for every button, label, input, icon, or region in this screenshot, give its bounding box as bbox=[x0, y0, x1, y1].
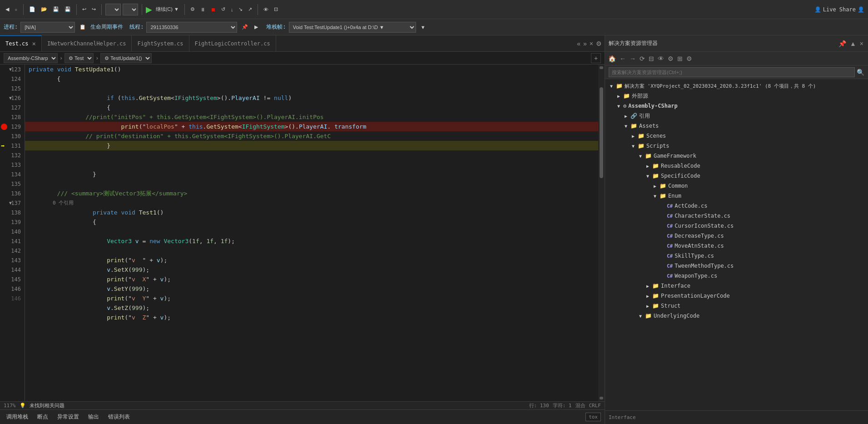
enum-expand[interactable]: ▼ bbox=[652, 194, 658, 199]
assembly-csharp[interactable]: ▼ ⚙ Assembly-CSharp bbox=[605, 101, 868, 111]
pause-btn[interactable]: ⏸ bbox=[198, 6, 207, 13]
weapontype-cs[interactable]: ▶ C# WeaponType.cs bbox=[605, 271, 868, 281]
fold-126[interactable]: ▼ bbox=[9, 95, 12, 100]
new-file-btn[interactable]: 📄 bbox=[27, 5, 37, 13]
tab-test-cs-close[interactable]: × bbox=[32, 40, 36, 47]
se-back-btn[interactable]: ← bbox=[618, 54, 627, 63]
watch-btn[interactable]: 👁 bbox=[262, 6, 270, 13]
continue-btn[interactable]: 继续(C) ▼ bbox=[154, 5, 181, 14]
back-btn[interactable]: ◀ bbox=[4, 5, 11, 13]
process-select[interactable]: [N/A] bbox=[20, 22, 75, 33]
interface-expand[interactable]: ▶ bbox=[645, 284, 650, 289]
step-out-btn[interactable]: ↗ bbox=[246, 5, 254, 13]
actcode-cs[interactable]: ▶ C# ActCode.cs bbox=[605, 201, 868, 211]
underlying-expand[interactable]: ▼ bbox=[638, 314, 643, 319]
redo-btn[interactable]: ↪ bbox=[90, 5, 98, 13]
se-search-input[interactable] bbox=[609, 67, 855, 77]
assets-folder[interactable]: ▼ 📁 Assets bbox=[605, 121, 868, 131]
fold-123[interactable]: ▼ bbox=[9, 67, 12, 72]
reusable-folder[interactable]: ▶ 📁 ReusableCode bbox=[605, 161, 868, 171]
scroll-up[interactable] bbox=[600, 66, 603, 69]
reusable-expand[interactable]: ▶ bbox=[645, 164, 650, 169]
se-show-all-btn[interactable]: 👁 bbox=[656, 54, 665, 63]
external-expand[interactable]: ▶ bbox=[616, 94, 621, 99]
vertical-scrollbar[interactable] bbox=[598, 65, 605, 401]
save-btn[interactable]: 💾 bbox=[51, 5, 61, 13]
method-select[interactable]: ⚙ TestUpdate1() bbox=[100, 53, 152, 63]
run-btn[interactable]: ▶ bbox=[146, 5, 152, 15]
stack-select[interactable]: Void Test:TestUpdate1 ()+0x4a at D:\D ▼ bbox=[289, 22, 416, 33]
tab-network-helper[interactable]: INetworkChannelHelper.cs bbox=[42, 35, 132, 51]
breakpoints-list-btn[interactable]: 断点 bbox=[35, 412, 51, 422]
live-share-btn[interactable]: 👤 Live Share 👤 bbox=[814, 6, 864, 13]
step-over-btn[interactable]: ↓ bbox=[229, 6, 235, 13]
scroll-thumb[interactable] bbox=[600, 87, 603, 178]
scripts-expand[interactable]: ▼ bbox=[630, 144, 636, 149]
step-into-btn[interactable]: ↘ bbox=[237, 5, 244, 13]
scroll-down[interactable] bbox=[600, 397, 603, 399]
thread-action-btn[interactable]: ▶ bbox=[253, 23, 260, 31]
moveatn-cs[interactable]: ▶ C# MoveAtnState.cs bbox=[605, 241, 868, 251]
code-content[interactable]: private void TestUpdate1() { if (this.Ge… bbox=[25, 65, 598, 401]
gf-expand[interactable]: ▼ bbox=[638, 154, 643, 159]
stack-more-btn[interactable]: ▼ bbox=[419, 24, 427, 31]
scroll-tabs-right[interactable]: » bbox=[582, 39, 588, 48]
output-btn[interactable]: 输出 bbox=[85, 412, 102, 422]
decrease-cs[interactable]: ▶ C# DecreaseType.cs bbox=[605, 231, 868, 241]
breakpoint-129[interactable] bbox=[1, 124, 7, 130]
lifecycle-btn[interactable]: 📋 bbox=[78, 23, 88, 31]
open-btn[interactable]: 📂 bbox=[39, 5, 49, 13]
struct-folder[interactable]: ▶ 📁 Struct bbox=[605, 301, 868, 311]
scenes-expand[interactable]: ▶ bbox=[630, 134, 636, 139]
platform-dropdown[interactable]: Any CPU bbox=[123, 4, 138, 15]
add-to-editor-btn[interactable]: + bbox=[591, 53, 601, 63]
common-expand[interactable]: ▶ bbox=[652, 184, 658, 189]
call-stack-btn[interactable]: 调用堆栈 bbox=[4, 412, 31, 422]
tab-test-cs[interactable]: Test.cs × bbox=[0, 35, 42, 51]
specific-folder[interactable]: ▼ 📁 SpecificCode bbox=[605, 171, 868, 181]
ref-expand[interactable]: ▶ bbox=[623, 114, 629, 119]
se-view-btn[interactable]: ⊞ bbox=[676, 54, 684, 63]
specific-expand[interactable]: ▼ bbox=[645, 174, 650, 179]
struct-expand[interactable]: ▶ bbox=[645, 304, 650, 309]
gameframework-folder[interactable]: ▼ 📁 GameFramework bbox=[605, 151, 868, 161]
thread-pin-btn[interactable]: 📌 bbox=[240, 23, 250, 31]
assembly-select[interactable]: Assembly-CSharp bbox=[4, 53, 58, 63]
se-settings-btn[interactable]: ⚙ bbox=[685, 54, 694, 63]
tab-more-btn[interactable]: ⚙ bbox=[595, 39, 603, 48]
solution-expand[interactable]: ▼ bbox=[609, 84, 614, 89]
se-filter-btn[interactable]: ⚙ bbox=[666, 54, 675, 63]
se-maximize-btn[interactable]: ▲ bbox=[849, 39, 857, 48]
tab-fight-system[interactable]: FightSystem.cs bbox=[132, 35, 189, 51]
interface-folder[interactable]: ▶ 📁 Interface bbox=[605, 281, 868, 291]
tox-tab[interactable]: tox bbox=[585, 413, 601, 421]
se-home-btn[interactable]: 🏠 bbox=[607, 54, 617, 63]
tweenmethod-cs[interactable]: ▶ C# TweenMethodType.cs bbox=[605, 261, 868, 271]
exception-settings-btn[interactable]: 异常设置 bbox=[55, 412, 82, 422]
se-collapse-btn[interactable]: ⊟ bbox=[647, 54, 655, 63]
restart-btn[interactable]: ↺ bbox=[219, 5, 227, 13]
debug-tools-btn[interactable]: ⚙ bbox=[188, 5, 197, 13]
fold-137[interactable]: ▼ bbox=[9, 200, 12, 205]
presentation-expand[interactable]: ▶ bbox=[645, 294, 650, 299]
solution-root[interactable]: ▼ 📁 解决方案 'XYQProject_02_20230324_2020.3.… bbox=[605, 81, 868, 91]
scroll-tabs-left[interactable]: « bbox=[576, 39, 581, 48]
se-forward-btn[interactable]: → bbox=[628, 54, 637, 63]
save-all-btn[interactable]: 💾 bbox=[63, 5, 73, 13]
references[interactable]: ▶ 🔗 引用 bbox=[605, 111, 868, 121]
breakpoints-btn[interactable]: ⊡ bbox=[272, 5, 280, 13]
close-tab-btn[interactable]: × bbox=[589, 39, 594, 48]
cursoricon-cs[interactable]: ▶ C# CursorIconState.cs bbox=[605, 221, 868, 231]
class-select[interactable]: ⚙ Test bbox=[64, 53, 94, 63]
forward-placeholder[interactable]: ● bbox=[13, 6, 20, 13]
config-dropdown[interactable]: Debug bbox=[105, 4, 121, 15]
common-folder[interactable]: ▶ 📁 Common bbox=[605, 181, 868, 191]
scripts-folder[interactable]: ▼ 📁 Scripts bbox=[605, 141, 868, 151]
enum-folder[interactable]: ▼ 📁 Enum bbox=[605, 191, 868, 201]
assets-expand[interactable]: ▼ bbox=[623, 124, 629, 129]
se-pin-btn[interactable]: 📌 bbox=[838, 39, 847, 48]
thread-select[interactable]: 2911350336 bbox=[146, 22, 237, 33]
tab-fight-logic[interactable]: FightLogicController.cs bbox=[189, 35, 276, 51]
scenes-folder[interactable]: ▶ 📁 Scenes bbox=[605, 131, 868, 141]
se-close-btn[interactable]: × bbox=[859, 39, 864, 48]
